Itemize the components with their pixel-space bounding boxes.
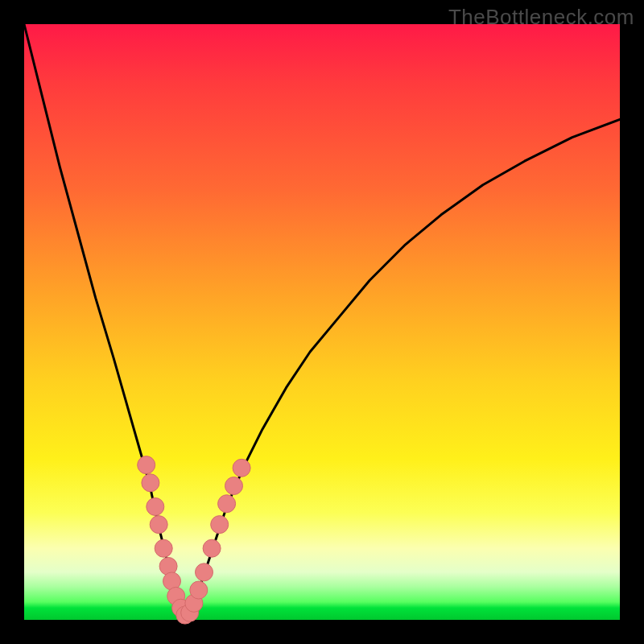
- sample-marker: [147, 497, 164, 515]
- curve-svg: [24, 24, 620, 620]
- chart-frame: TheBottleneck.com: [0, 0, 644, 644]
- sample-marker: [142, 474, 159, 492]
- sample-marker: [233, 459, 250, 477]
- sample-marker: [203, 539, 221, 557]
- sample-markers: [138, 456, 250, 625]
- sample-marker: [218, 495, 236, 513]
- bottleneck-curve: [24, 24, 620, 617]
- sample-marker: [225, 477, 243, 495]
- plot-area: [24, 24, 620, 620]
- sample-marker: [138, 456, 155, 474]
- sample-marker: [190, 581, 208, 599]
- sample-marker: [155, 539, 172, 557]
- sample-marker: [196, 564, 213, 581]
- sample-marker: [150, 516, 167, 534]
- sample-marker: [211, 516, 229, 534]
